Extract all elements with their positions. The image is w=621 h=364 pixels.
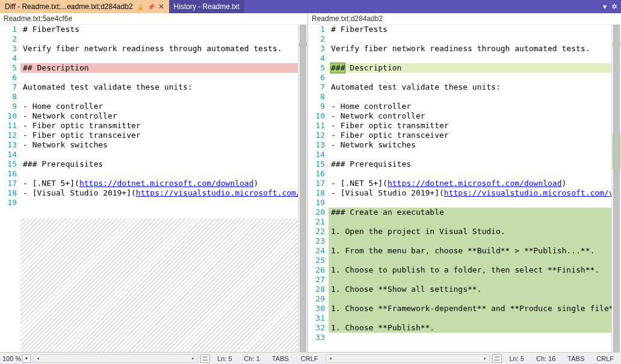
- code-line[interactable]: 1. Open the project in Visual Studio.: [329, 227, 611, 236]
- chevron-down-icon[interactable]: ▾: [603, 2, 607, 11]
- chevron-down-icon[interactable]: ▾: [22, 354, 31, 363]
- code-line[interactable]: - Home controller: [20, 102, 298, 111]
- code-line[interactable]: 1. Choose **Show all settings**.: [329, 285, 611, 294]
- line-number: 10: [308, 111, 325, 121]
- line-number: 18: [308, 188, 325, 198]
- code-line[interactable]: 1. From the menu bar, choose **Build** >…: [329, 246, 611, 256]
- code-line[interactable]: ## Description: [20, 63, 298, 73]
- line-number: 25: [308, 256, 325, 265]
- split-button[interactable]: [492, 354, 502, 363]
- line-number: 9: [0, 102, 17, 111]
- code-line[interactable]: - Network switches: [329, 140, 611, 150]
- code-line[interactable]: [329, 73, 611, 82]
- chevron-right-icon[interactable]: ▸: [481, 355, 489, 362]
- code-line[interactable]: [329, 34, 611, 44]
- split-button[interactable]: [200, 354, 210, 363]
- chevron-right-icon[interactable]: ▸: [189, 355, 197, 362]
- code-line[interactable]: [329, 198, 611, 208]
- code-line[interactable]: 1. Choose to publish to a folder, then s…: [329, 265, 611, 275]
- code-line[interactable]: [20, 92, 298, 102]
- hyperlink[interactable]: https://visualstudio.microsoft.com/vs/: [444, 188, 611, 197]
- code-line[interactable]: # FiberTests: [20, 25, 298, 34]
- line-number: 3: [308, 44, 325, 54]
- code-line[interactable]: - Network switches: [20, 140, 298, 150]
- code-line[interactable]: ### Prerequisites: [329, 159, 611, 169]
- code-line[interactable]: Automated test validate these units:: [20, 82, 298, 92]
- line-number: 4: [0, 54, 17, 63]
- hyperlink[interactable]: https://dotnet.microsoft.com/download: [388, 179, 562, 188]
- code-line[interactable]: - [.NET 5+](https://dotnet.microsoft.com…: [20, 179, 298, 188]
- chevron-left-icon[interactable]: ◂: [326, 355, 335, 362]
- horizontal-scrollbar-right[interactable]: ◂ ▸: [326, 354, 490, 363]
- chevron-left-icon[interactable]: ◂: [34, 355, 42, 362]
- code-line[interactable]: [329, 313, 611, 323]
- code-line[interactable]: [20, 73, 298, 82]
- char-indicator[interactable]: Ch: 16: [531, 355, 560, 362]
- code-line[interactable]: - [.NET 5+](https://dotnet.microsoft.com…: [329, 179, 611, 188]
- code-line[interactable]: Verify fiber network readiness through a…: [329, 44, 611, 54]
- vertical-scrollbar[interactable]: [298, 25, 307, 352]
- code-line[interactable]: 1. Choose **Framework-dependent** and **…: [329, 304, 611, 313]
- code-line[interactable]: [329, 333, 611, 342]
- tab-history[interactable]: History - Readme.txt: [169, 0, 244, 13]
- line-number: 1: [0, 25, 17, 34]
- code-line[interactable]: [329, 294, 611, 304]
- gear-icon[interactable]: ✲: [611, 2, 617, 11]
- line-indicator[interactable]: Ln: 5: [504, 355, 528, 362]
- vertical-scrollbar[interactable]: [611, 25, 621, 352]
- code-line[interactable]: - Fiber optic transmitter: [20, 121, 298, 131]
- code-line[interactable]: - [Visual Studio 2019+](https://visualst…: [20, 188, 298, 198]
- close-icon[interactable]: ✕: [158, 2, 164, 11]
- code-line[interactable]: [329, 275, 611, 285]
- indent-mode[interactable]: TABS: [267, 355, 294, 362]
- code-line[interactable]: - Fiber optic transceiver: [20, 131, 298, 140]
- code-line[interactable]: - Network controller: [329, 111, 611, 121]
- code-line[interactable]: - Home controller: [329, 102, 611, 111]
- code-line[interactable]: - [Visual Studio 2019+](https://visualst…: [329, 188, 611, 198]
- line-number: 20: [308, 208, 325, 217]
- code-line[interactable]: 1. Choose **Publish**.: [329, 323, 611, 333]
- code-line[interactable]: [329, 169, 611, 179]
- code-line[interactable]: Verify fiber network readiness through a…: [20, 44, 298, 54]
- line-number: 30: [308, 304, 325, 313]
- line-number: 16: [308, 169, 325, 179]
- status-bar: 100 % ▾ ◂ ▸ Ln: 5 Ch: 1 TABS CRLF ◂ ▸ Ln…: [0, 352, 621, 364]
- editor-area: Readme.txt;5ae4cf6e 12345678910111213141…: [0, 13, 621, 352]
- code-line[interactable]: # FiberTests: [329, 25, 611, 34]
- code-content[interactable]: # FiberTestsVerify fiber network readine…: [20, 25, 298, 352]
- line-number: 33: [308, 333, 325, 342]
- code-content[interactable]: # FiberTestsVerify fiber network readine…: [329, 25, 611, 352]
- code-line[interactable]: ### Create an executable: [329, 208, 611, 217]
- hyperlink[interactable]: https://visualstudio.microsoft.com/vs/: [136, 188, 298, 197]
- code-line[interactable]: [20, 169, 298, 179]
- code-line[interactable]: ### Prerequisites: [20, 159, 298, 169]
- line-ending[interactable]: CRLF: [296, 355, 323, 362]
- code-line[interactable]: - Network controller: [20, 111, 298, 121]
- horizontal-scrollbar-left[interactable]: ◂ ▸: [33, 354, 198, 363]
- line-number: 17: [308, 179, 325, 188]
- code-line[interactable]: - Fiber optic transceiver: [329, 131, 611, 140]
- line-number: 12: [308, 131, 325, 140]
- hyperlink[interactable]: https://dotnet.microsoft.com/download: [79, 179, 254, 188]
- indent-mode[interactable]: TABS: [563, 355, 589, 362]
- code-line[interactable]: Automated test validate these units:: [329, 82, 611, 92]
- zoom-control[interactable]: 100 % ▾: [2, 354, 31, 363]
- code-line[interactable]: [20, 198, 298, 208]
- code-line[interactable]: [329, 150, 611, 159]
- code-line[interactable]: [20, 54, 298, 63]
- line-indicator[interactable]: Ln: 5: [212, 355, 236, 362]
- code-line[interactable]: - Fiber optic transmitter: [329, 121, 611, 131]
- code-line[interactable]: ### Description: [329, 63, 611, 73]
- code-line[interactable]: [20, 34, 298, 44]
- code-line[interactable]: [329, 256, 611, 265]
- code-line[interactable]: [329, 92, 611, 102]
- code-line[interactable]: [329, 217, 611, 227]
- pin-icon[interactable]: 📌: [147, 4, 155, 10]
- code-line[interactable]: [329, 54, 611, 63]
- line-number: 16: [0, 169, 17, 179]
- tab-diff[interactable]: Diff - Readme.txt;...eadme.txt;d284adb2 …: [0, 0, 169, 13]
- char-indicator[interactable]: Ch: 1: [239, 355, 265, 362]
- code-line[interactable]: [329, 236, 611, 246]
- line-ending[interactable]: CRLF: [592, 355, 619, 362]
- code-line[interactable]: [20, 150, 298, 159]
